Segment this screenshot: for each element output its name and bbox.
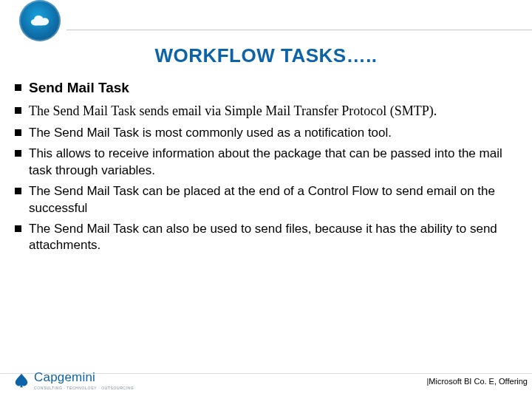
spade-icon [13,372,30,389]
slide: WORKFLOW TASKS….. Send Mail Task The Sen… [0,0,532,399]
bullet-square-icon [15,188,21,194]
bullet-square-icon [15,84,21,91]
cloud-badge-icon [19,0,61,41]
bullet-text: The Send Mail Task can be placed at the … [29,183,517,216]
bullet-text: The Send Mail Task is most commonly used… [29,125,517,141]
list-item: The Send Mail Task is most commonly used… [15,125,517,141]
bullet-text: The Send Mail Task sends email via Simpl… [29,103,517,120]
footer-brand-text: Capgemini CONSULTING · TECHNOLOGY · OUTS… [34,370,134,390]
bullet-text: This allows to receive information about… [29,146,517,179]
list-item: The Send Mail Task can also be used to s… [15,221,517,254]
list-item: The Send Mail Task sends email via Simpl… [15,103,517,120]
bullet-square-icon [15,107,21,114]
header-divider [66,30,532,30]
footer-right-text: |Microsoft BI Co. E, Offering [426,377,528,386]
bullet-square-icon [15,129,21,136]
section-heading: Send Mail Task [15,78,517,97]
cloud-icon [27,13,52,28]
bullet-list: The Send Mail Task sends email via Simpl… [15,103,517,254]
footer-brand-name: Capgemini [34,370,134,385]
footer-brand-tagline: CONSULTING · TECHNOLOGY · OUTSOURCING [34,386,134,390]
list-item: The Send Mail Task can be placed at the … [15,183,517,216]
section-heading-text: Send Mail Task [29,78,517,97]
slide-title: WORKFLOW TASKS….. [0,44,532,67]
bullet-square-icon [15,150,21,157]
content-area: Send Mail Task The Send Mail Task sends … [15,78,517,259]
bullet-square-icon [15,225,21,232]
list-item: This allows to receive information about… [15,146,517,179]
bullet-text: The Send Mail Task can also be used to s… [29,221,517,254]
footer-brand: Capgemini CONSULTING · TECHNOLOGY · OUTS… [13,370,134,390]
